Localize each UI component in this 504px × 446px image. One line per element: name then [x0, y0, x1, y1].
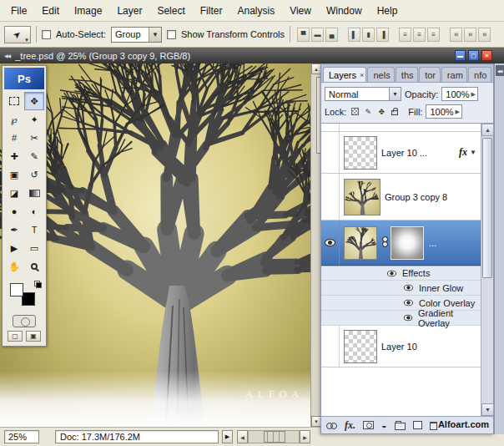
- dodge-tool[interactable]: ◐: [24, 202, 44, 220]
- default-colors-icon[interactable]: [34, 281, 42, 288]
- healing-brush-tool[interactable]: ✚: [4, 147, 24, 165]
- menu-edit[interactable]: Edit: [34, 2, 67, 20]
- distribute-right-edges-button[interactable]: ≡: [478, 28, 491, 42]
- screen-mode-full-button[interactable]: ▣: [26, 331, 41, 342]
- new-group-icon[interactable]: [395, 423, 406, 430]
- layer-thumbnail[interactable]: [344, 136, 377, 170]
- effect-row[interactable]: Inner Glow: [321, 281, 481, 296]
- tab-nels[interactable]: nels: [367, 67, 394, 82]
- layer-thumbnail[interactable]: [344, 226, 377, 260]
- adjustment-layer-icon[interactable]: ◒: [381, 421, 387, 430]
- layer-name[interactable]: Layer 10 ...: [381, 148, 456, 158]
- align-bottom-edges-button[interactable]: ▄: [325, 28, 338, 42]
- rectangular-marquee-tool[interactable]: [4, 92, 24, 110]
- tab-ram[interactable]: ram: [441, 67, 467, 82]
- blur-tool[interactable]: ●: [4, 202, 24, 220]
- align-top-edges-button[interactable]: ▀: [297, 28, 310, 42]
- visibility-toggle[interactable]: [321, 132, 340, 173]
- menu-analysis[interactable]: Analysis: [229, 2, 282, 20]
- status-menu-arrow[interactable]: ▶: [222, 430, 233, 443]
- layer-row[interactable]: Group 3 copy 8: [321, 174, 481, 220]
- canvas-vertical-scrollbar[interactable]: ▲ ▼: [310, 63, 320, 427]
- eye-icon[interactable]: [404, 285, 413, 291]
- close-button[interactable]: ✕: [481, 50, 492, 61]
- slider-arrow-icon[interactable]: ▶: [456, 109, 460, 115]
- chevron-down-icon[interactable]: ▼: [470, 149, 476, 156]
- tab-ths[interactable]: ths: [396, 67, 418, 82]
- shape-tool[interactable]: ▭: [24, 239, 44, 257]
- pen-tool[interactable]: ✒: [4, 220, 24, 239]
- menu-image[interactable]: Image: [67, 2, 109, 20]
- align-horizontal-centers-button[interactable]: ▮: [362, 28, 375, 42]
- fill-field[interactable]: 100% ▶: [426, 104, 462, 119]
- layer-style-icon[interactable]: fx.: [345, 420, 355, 430]
- group-thumbnail[interactable]: [344, 179, 381, 215]
- align-vertical-centers-button[interactable]: ▬: [311, 28, 324, 42]
- document-titlebar[interactable]: ◀◀ _tree.psd @ 25% (Group 3 copy 9, RGB/…: [0, 48, 504, 63]
- scrollbar-thumb[interactable]: [482, 138, 492, 278]
- scrollbar-thumb[interactable]: [264, 431, 285, 443]
- distribute-horizontal-centers-button[interactable]: ≡: [464, 28, 476, 42]
- menu-layer[interactable]: Layer: [109, 2, 149, 20]
- link-layers-icon[interactable]: [326, 423, 337, 428]
- menu-file[interactable]: File: [3, 2, 34, 20]
- delete-layer-icon[interactable]: [430, 422, 437, 430]
- magic-wand-tool[interactable]: ✦: [24, 110, 44, 129]
- crop-tool[interactable]: #: [4, 129, 24, 147]
- screen-mode-standard-button[interactable]: ▢: [8, 331, 23, 342]
- zoom-level-field[interactable]: 25%: [4, 430, 39, 443]
- align-left-edges-button[interactable]: ▌: [348, 28, 360, 42]
- opacity-field[interactable]: 100% ▶: [441, 87, 478, 101]
- menu-help[interactable]: Help: [370, 2, 406, 20]
- visibility-toggle[interactable]: [321, 174, 340, 220]
- slider-arrow-icon[interactable]: ▶: [471, 91, 476, 98]
- tab-tor[interactable]: tor: [419, 67, 441, 82]
- layer-thumbnail[interactable]: [344, 330, 377, 363]
- collapse-arrows-icon[interactable]: ◀◀: [0, 53, 15, 58]
- scroll-right-icon[interactable]: ▶: [300, 430, 310, 443]
- visibility-toggle[interactable]: [321, 326, 340, 367]
- layer-name[interactable]: Layer 10: [381, 342, 481, 352]
- auto-select-checkbox[interactable]: [42, 30, 51, 39]
- tab-nfo[interactable]: nfo: [468, 67, 491, 82]
- brush-tool[interactable]: ✎: [24, 147, 44, 165]
- canvas-horizontal-scrollbar[interactable]: ◀ ▶: [237, 430, 310, 443]
- add-mask-icon[interactable]: [363, 421, 374, 429]
- layer-mask-link-icon[interactable]: [381, 236, 389, 249]
- clone-stamp-tool[interactable]: ▣: [4, 165, 24, 184]
- distribute-bottom-edges-button[interactable]: ≡: [427, 28, 440, 42]
- distribute-vertical-centers-button[interactable]: ≡: [413, 28, 426, 42]
- close-tab-icon[interactable]: ×: [360, 71, 364, 79]
- eraser-tool[interactable]: ◪: [4, 184, 24, 202]
- lock-position-icon[interactable]: ✥: [376, 107, 386, 117]
- lock-transparency-icon[interactable]: [351, 108, 359, 115]
- hand-tool[interactable]: ✋: [4, 257, 24, 276]
- selected-layer-row[interactable]: ...: [321, 220, 481, 266]
- layer-name[interactable]: Group 3 copy 8: [385, 192, 481, 202]
- foreground-color-swatch[interactable]: [10, 283, 23, 296]
- scroll-up-icon[interactable]: ▲: [481, 124, 494, 136]
- minimize-button[interactable]: ▬: [455, 50, 466, 61]
- eye-icon[interactable]: [387, 270, 396, 276]
- layer-row[interactable]: Layer 10: [321, 326, 481, 367]
- blend-mode-dropdown[interactable]: Normal ▼: [325, 87, 401, 101]
- fx-badge[interactable]: fx: [459, 146, 467, 159]
- menu-view[interactable]: View: [282, 2, 319, 20]
- maximize-button[interactable]: ▢: [468, 50, 479, 61]
- layer-row[interactable]: Layer 10 ... fx ▼: [321, 132, 481, 174]
- show-transform-checkbox[interactable]: [167, 30, 176, 39]
- distribute-left-edges-button[interactable]: ≡: [450, 28, 462, 42]
- eye-icon[interactable]: [404, 315, 412, 322]
- type-tool[interactable]: T: [24, 220, 44, 239]
- auto-select-dropdown[interactable]: Group ▼: [111, 27, 162, 43]
- gradient-tool[interactable]: [24, 184, 44, 202]
- lock-image-icon[interactable]: ✎: [363, 107, 373, 117]
- scroll-left-icon[interactable]: ◀: [237, 430, 248, 443]
- menu-select[interactable]: Select: [149, 2, 192, 20]
- layer-mask-thumbnail[interactable]: [391, 226, 424, 260]
- tab-layers[interactable]: Layers×: [323, 67, 366, 82]
- panel-scrollbar[interactable]: ▲ ▼: [481, 124, 493, 416]
- quick-mask-button[interactable]: [13, 315, 36, 327]
- new-layer-icon[interactable]: [413, 421, 422, 429]
- lock-all-icon[interactable]: [391, 110, 398, 115]
